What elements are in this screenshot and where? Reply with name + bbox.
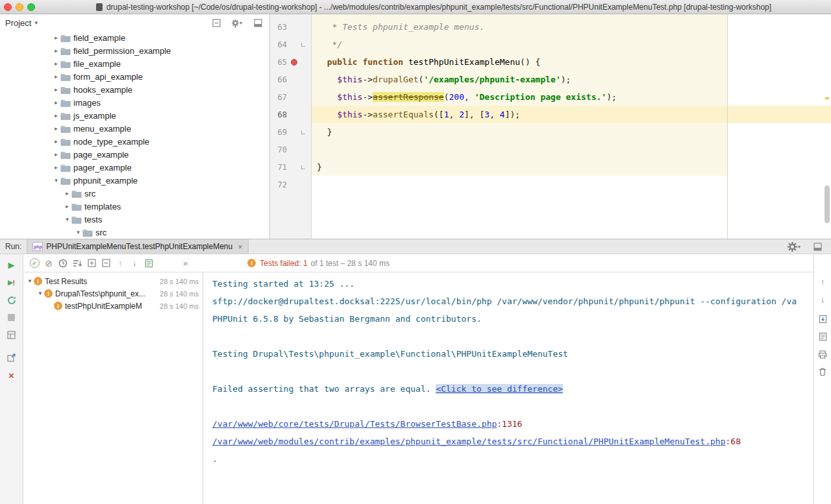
chevron-right-icon[interactable]: ▸ — [52, 138, 60, 145]
test-tree-item[interactable]: ▼!Test Results28 s 140 ms — [23, 275, 203, 287]
project-tree-item-hooks_example[interactable]: ▸hooks_example — [0, 83, 269, 96]
rerun-failed-tests-button[interactable]: ▶! — [4, 276, 19, 289]
editor-scrollbar[interactable] — [825, 186, 830, 223]
hide-panel-button[interactable] — [253, 18, 263, 28]
toolbar-overflow-icon[interactable]: » — [183, 258, 188, 268]
project-tree-item-form_api_example[interactable]: ▸form_api_example — [0, 70, 269, 83]
toggle-auto-test-button[interactable] — [4, 293, 19, 307]
project-tree-item-src[interactable]: ▾src — [0, 226, 269, 239]
project-tree-item-images[interactable]: ▸images — [0, 96, 269, 109]
stop-button[interactable] — [4, 311, 19, 324]
settings-button[interactable]: ▾ — [787, 239, 801, 254]
code-content[interactable] — [312, 176, 831, 193]
chevron-right-icon[interactable]: ▸ — [52, 73, 60, 80]
sort-by-duration-button[interactable] — [56, 256, 70, 270]
project-tree-item-page_example[interactable]: ▸page_example — [0, 148, 269, 161]
run-tab[interactable]: php PHPUnitExampleMenuTest.testPhpUnitEx… — [27, 239, 248, 254]
code-line-70[interactable]: 70 — [270, 141, 831, 158]
code-line-63[interactable]: 63 * Tests phpunit_example menus. — [270, 18, 831, 36]
restore-layout-button[interactable] — [4, 328, 19, 342]
export-results-button[interactable] — [816, 313, 829, 326]
chevron-down-icon[interactable]: ▾ — [52, 177, 60, 184]
chevron-right-icon[interactable]: ▸ — [52, 125, 60, 132]
project-view-selector[interactable]: Project — [5, 18, 31, 28]
show-passed-button[interactable]: ✓ — [27, 256, 42, 270]
rerun-button[interactable]: ▶ — [4, 258, 19, 272]
project-tree-item-node_type_example[interactable]: ▸node_type_example — [0, 135, 269, 148]
chevron-right-icon[interactable]: ▸ — [63, 203, 71, 210]
code-content[interactable]: $this->assertEquals([1, 2], [3, 4]); — [312, 106, 831, 123]
open-results-button[interactable] — [816, 330, 829, 343]
code-line-66[interactable]: 66 $this->drupalGet('/examples/phpunit-e… — [270, 71, 831, 88]
test-history-button[interactable] — [142, 256, 156, 270]
project-tree-item-phpunit_example[interactable]: ▾phpunit_example — [0, 174, 269, 187]
chevron-right-icon[interactable]: ▸ — [63, 190, 71, 197]
chevron-down-icon[interactable]: ▾ — [34, 19, 38, 26]
chevron-right-icon[interactable]: ▸ — [52, 34, 60, 41]
collapse-all-button[interactable] — [99, 256, 113, 270]
chevron-right-icon[interactable]: ▸ — [52, 47, 60, 54]
fold-marker-icon[interactable] — [301, 165, 305, 169]
code-line-72[interactable]: 72 — [270, 176, 831, 193]
code-line-68[interactable]: 68 $this->assertEquals([1, 2], [3, 4]); — [270, 106, 831, 123]
minimize-window-button[interactable] — [16, 3, 23, 11]
chevron-right-icon[interactable]: ▸ — [52, 99, 60, 106]
code-content[interactable]: } — [312, 123, 831, 141]
chevron-right-icon[interactable]: ▸ — [52, 112, 60, 119]
collapse-all-button[interactable] — [211, 18, 221, 28]
chevron-down-icon[interactable]: ▾ — [74, 229, 82, 235]
project-tree-item-src[interactable]: ▸src — [0, 187, 269, 200]
close-window-button[interactable] — [4, 3, 12, 11]
clear-all-button[interactable] — [816, 365, 829, 378]
close-tab-button[interactable]: × — [238, 242, 243, 252]
next-failed-button[interactable]: ↓ — [127, 256, 142, 270]
chevron-right-icon[interactable]: ▸ — [52, 151, 60, 158]
chevron-down-icon[interactable]: ▼ — [26, 278, 34, 284]
project-tree-item-pager_example[interactable]: ▸pager_example — [0, 161, 269, 174]
code-content[interactable]: $this->drupalGet('/examples/phpunit-exam… — [312, 71, 831, 88]
fold-marker-icon[interactable] — [301, 43, 305, 47]
console-link[interactable]: /var/www/web/modules/contrib/examples/ph… — [212, 437, 726, 446]
code-content[interactable]: } — [312, 158, 831, 176]
project-tree-item-field_example[interactable]: ▸field_example — [0, 31, 269, 44]
project-tree-item-file_example[interactable]: ▸file_example — [0, 57, 269, 70]
code-content[interactable]: * Tests phpunit_example menus. — [312, 18, 831, 36]
code-line-65[interactable]: 65 public function testPhpUnitExampleMen… — [270, 53, 831, 71]
chevron-down-icon[interactable]: ▾ — [63, 216, 71, 222]
next-occurrence-button[interactable]: ↓ — [816, 293, 829, 306]
failed-test-gutter-icon[interactable] — [291, 59, 297, 66]
chevron-down-icon[interactable]: ▼ — [36, 291, 44, 296]
project-tree-item-tests[interactable]: ▾tests — [0, 213, 269, 226]
previous-occurrence-button[interactable]: ↑ — [816, 275, 829, 288]
code-line-64[interactable]: 64 */ — [270, 36, 831, 53]
fold-marker-icon[interactable] — [301, 130, 305, 134]
console-link[interactable]: <Click to see difference> — [436, 384, 563, 394]
code-line-67[interactable]: 67 $this->assertResponse(200, 'Descripti… — [270, 88, 831, 106]
test-tree-item[interactable]: !testPhpUnitExampleM28 s 140 ms — [23, 300, 203, 312]
chevron-right-icon[interactable]: ▸ — [52, 164, 60, 171]
project-tree-item-js_example[interactable]: ▸js_example — [0, 109, 269, 122]
chevron-right-icon[interactable]: ▸ — [52, 60, 60, 67]
expand-all-button[interactable] — [84, 256, 99, 270]
hide-panel-button[interactable] — [810, 239, 825, 254]
console-output[interactable]: Testing started at 13:25 ...sftp://docke… — [203, 272, 813, 504]
sort-alphabetically-button[interactable] — [70, 256, 84, 270]
code-content[interactable] — [312, 141, 831, 158]
print-button[interactable] — [816, 348, 829, 361]
close-button[interactable]: × — [4, 368, 19, 382]
previous-failed-button[interactable]: ↑ — [113, 256, 127, 270]
warning-stripe-mark[interactable] — [825, 97, 829, 99]
code-editor[interactable]: 63 * Tests phpunit_example menus.64 */65… — [270, 14, 831, 239]
test-tree-item[interactable]: ▼!Drupal\Tests\phpunit_ex...28 s 140 ms — [23, 287, 203, 300]
code-content[interactable]: public function testPhpUnitExampleMenu()… — [312, 53, 831, 71]
show-ignored-button[interactable]: ⊘ — [42, 256, 56, 270]
zoom-window-button[interactable] — [27, 3, 35, 11]
float-window-button[interactable] — [4, 351, 19, 365]
console-link[interactable]: /var/www/web/core/tests/Drupal/Tests/Bro… — [212, 419, 497, 429]
chevron-right-icon[interactable]: ▸ — [52, 86, 60, 93]
code-content[interactable]: $this->assertResponse(200, 'Description … — [312, 88, 831, 106]
code-line-71[interactable]: 71} — [270, 158, 831, 176]
project-tree-item-field_permission_example[interactable]: ▸field_permission_example — [0, 44, 269, 57]
project-tree-item-menu_example[interactable]: ▸menu_example — [0, 122, 269, 135]
code-content[interactable]: */ — [312, 36, 831, 53]
